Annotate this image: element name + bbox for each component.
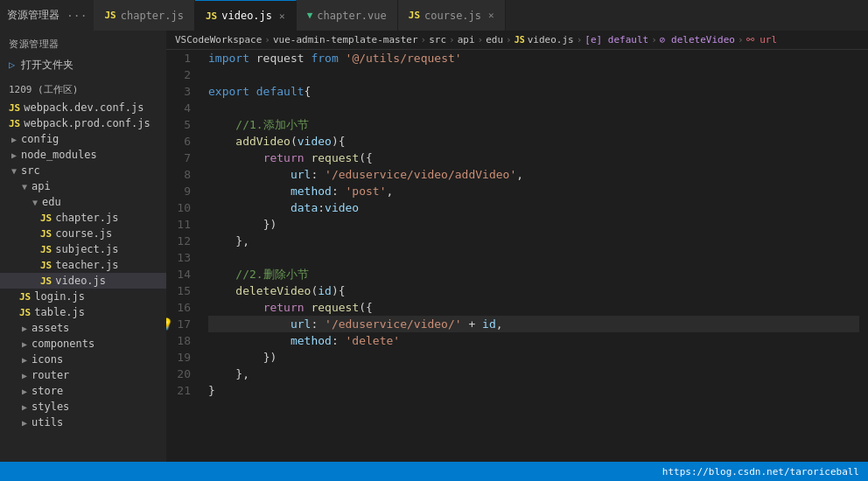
tree-item-course-js[interactable]: JS course.js	[0, 226, 166, 241]
tab-bar: JS chapter.js JS video.js ✕ ▼ chapter.vu…	[94, 0, 861, 31]
tree-label: router	[32, 369, 69, 381]
tab-chapter-label: chapter.js	[121, 10, 184, 22]
tree-item-config[interactable]: ▶ config	[0, 131, 166, 147]
tree-item-utils[interactable]: ▶ utils	[0, 415, 166, 430]
tree-label: teacher.js	[55, 259, 118, 271]
vue-icon: ▼	[307, 10, 313, 21]
status-right: https://blog.csdn.net/taroriceball	[662, 466, 859, 478]
tree-item-store[interactable]: ▶ store	[0, 383, 166, 399]
js-file-icon: JS	[40, 275, 52, 287]
line-18: method: 'delete'	[208, 332, 859, 349]
code-area[interactable]: 1 2 3 4 5 6 7 8 9 10 11 12 13 14 15 16 1…	[166, 50, 868, 462]
tree-item-subject-js[interactable]: JS subject.js	[0, 241, 166, 257]
tree-label: api	[32, 180, 51, 192]
line-7: return request({	[208, 150, 859, 166]
explorer-menu[interactable]: ···	[66, 9, 87, 22]
tree-item-src[interactable]: ▼ src	[0, 163, 166, 178]
line-12: },	[208, 233, 859, 249]
tree-label: course.js	[55, 227, 112, 240]
line-15: deleteVideo(id){	[208, 282, 859, 299]
line-1: import request from '@/utils/request'	[208, 50, 859, 66]
line-13	[208, 249, 859, 266]
tree-label: node_modules	[21, 149, 97, 161]
tree-label: config	[21, 133, 59, 145]
tree-item-router[interactable]: ▶ router	[0, 367, 166, 383]
line-numbers: 1 2 3 4 5 6 7 8 9 10 11 12 13 14 15 16 1…	[166, 50, 200, 462]
breadcrumb-default: [e] default	[584, 34, 648, 45]
js-file-icon: JS	[40, 228, 52, 240]
js-icon: JS	[409, 10, 420, 21]
tree-item-webpack-dev[interactable]: JS webpack.dev.conf.js	[0, 100, 166, 115]
tree-label: edu	[42, 196, 61, 208]
tree-item-api[interactable]: ▼ api	[0, 178, 166, 194]
tab-course[interactable]: JS course.js ✕	[398, 0, 506, 31]
main-content: 资源管理器 ▷ 打开文件夹 1209 (工作区) JS webpack.dev.…	[0, 31, 868, 462]
sidebar: 资源管理器 ▷ 打开文件夹 1209 (工作区) JS webpack.dev.…	[0, 31, 166, 462]
tree-item-styles[interactable]: ▶ styles	[0, 399, 166, 415]
open-folder-btn[interactable]: ▷ 打开文件夹	[0, 55, 166, 80]
workspace-label: 1209 (工作区)	[0, 80, 166, 100]
tree-item-table-js[interactable]: JS table.js	[0, 304, 166, 320]
line-21: }	[208, 382, 859, 399]
expand-icon: ▼	[19, 182, 30, 192]
tree-label: webpack.dev.conf.js	[24, 101, 144, 114]
line-8: url: '/eduservice/video/addVideo',	[208, 166, 859, 183]
collapse-icon: ▶	[9, 135, 19, 144]
line-3: export default{	[208, 83, 859, 100]
breadcrumb-url: ⚯ url	[746, 34, 778, 45]
js-file-icon: JS	[40, 213, 52, 224]
line-14: //2.删除小节	[208, 266, 859, 282]
tree-item-webpack-prod[interactable]: JS webpack.prod.conf.js	[0, 115, 166, 131]
tree-label: subject.js	[55, 243, 118, 255]
tab-video-label: video.js	[221, 10, 272, 22]
collapse-icon: ▶	[19, 402, 30, 412]
line-4	[208, 100, 859, 116]
collapse-icon: ▶	[19, 324, 30, 333]
tab-close-icon[interactable]: ✕	[279, 10, 285, 22]
line-16: return request({	[208, 299, 859, 316]
tab-chapter-vue[interactable]: ▼ chapter.vue	[297, 0, 398, 31]
tab-video[interactable]: JS video.js ✕	[195, 0, 297, 31]
tree-item-components[interactable]: ▶ components	[0, 336, 166, 352]
explorer-title: 资源管理器	[7, 8, 60, 23]
code-content[interactable]: import request from '@/utils/request' ex…	[200, 50, 868, 462]
collapse-icon: ▶	[19, 355, 30, 365]
collapse-icon: ▶	[19, 418, 30, 428]
tree-item-teacher-js[interactable]: JS teacher.js	[0, 257, 166, 273]
line-5: //1.添加小节	[208, 116, 859, 133]
tree-label: chapter.js	[55, 212, 118, 224]
js-file-icon: JS	[40, 244, 52, 255]
tab-course-label: course.js	[424, 10, 481, 22]
tree-label: store	[32, 385, 63, 397]
tree-label: video.js	[55, 275, 106, 287]
line-10: data:video	[208, 199, 859, 216]
collapse-icon: ▶	[9, 150, 19, 160]
title-bar: 资源管理器 ··· JS chapter.js JS video.js ✕ ▼ …	[0, 0, 868, 31]
tab-chapter-vue-label: chapter.vue	[317, 10, 386, 22]
tree-item-node-modules[interactable]: ▶ node_modules	[0, 147, 166, 163]
tree-item-assets[interactable]: ▶ assets	[0, 320, 166, 336]
tab-close-icon[interactable]: ✕	[488, 10, 494, 21]
tree-label: table.js	[34, 306, 85, 318]
expand-icon: ▼	[9, 166, 19, 176]
js-file-icon: JS	[19, 291, 31, 303]
line-6: addVideo(video){	[208, 133, 859, 150]
collapse-icon: ▶	[19, 387, 30, 396]
tree-label: styles	[32, 401, 69, 413]
js-icon: JS	[206, 10, 217, 22]
breadcrumb: VSCodeWorkspace › vue-admin-template-mas…	[166, 31, 868, 50]
tab-chapter[interactable]: JS chapter.js	[94, 0, 195, 31]
tree-item-chapter-js[interactable]: JS chapter.js	[0, 210, 166, 226]
js-file-icon: JS	[40, 260, 52, 271]
tree-item-login-js[interactable]: JS login.js	[0, 289, 166, 304]
line-11: })	[208, 216, 859, 233]
js-file-icon: JS	[19, 307, 31, 318]
line-20: },	[208, 366, 859, 382]
tree-item-icons[interactable]: ▶ icons	[0, 352, 166, 367]
js-file-icon: JS	[9, 118, 20, 129]
line-19: })	[208, 349, 859, 366]
tree-item-video-js[interactable]: JS video.js	[0, 273, 166, 289]
tree-label: webpack.prod.conf.js	[24, 117, 150, 129]
line-2	[208, 66, 859, 83]
tree-item-edu[interactable]: ▼ edu	[0, 194, 166, 210]
